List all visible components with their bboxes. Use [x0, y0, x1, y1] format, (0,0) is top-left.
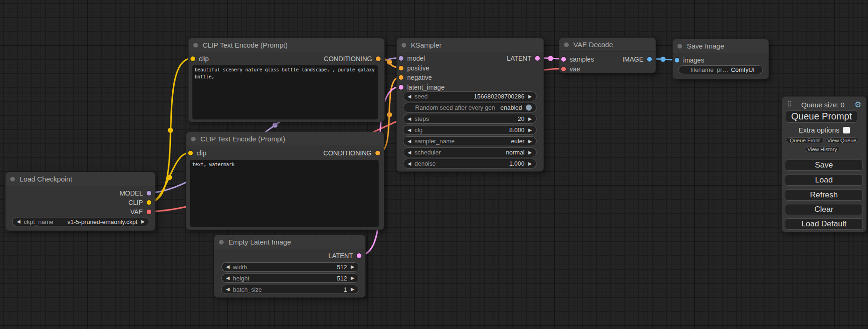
- ckpt-name-widget[interactable]: ◀ ckpt_name v1-5-pruned-emaonly.ckpt ▶: [12, 217, 149, 226]
- node-ksampler[interactable]: KSampler model positive negative latent_…: [396, 38, 544, 172]
- input-port-latent-image[interactable]: latent_image: [399, 83, 445, 92]
- steps-widget[interactable]: ◀ steps 20 ▶: [403, 114, 536, 124]
- load-button[interactable]: Load: [785, 175, 863, 186]
- input-port-vae[interactable]: vae: [561, 64, 580, 74]
- seed-widget[interactable]: ◀ seed 156680208700286 ▶: [403, 91, 536, 101]
- widget-right-arrow-icon[interactable]: ▶: [528, 150, 532, 155]
- output-port-conditioning[interactable]: CONDITIONING: [324, 54, 381, 63]
- save-button[interactable]: Save: [785, 160, 863, 171]
- widget-left-arrow-icon[interactable]: ◀: [408, 117, 411, 121]
- view-history-button[interactable]: View History: [805, 146, 840, 152]
- widget-right-arrow-icon[interactable]: ▶: [528, 128, 532, 133]
- output-port-latent[interactable]: LATENT: [507, 54, 540, 63]
- collapse-dot-icon[interactable]: [10, 177, 15, 182]
- collapse-dot-icon[interactable]: [219, 240, 224, 245]
- input-port-clip[interactable]: clip: [191, 54, 209, 63]
- prompt-textarea[interactable]: beautiful scenery nature glass bottle la…: [192, 65, 378, 119]
- port-dot-conditioning[interactable]: [399, 75, 403, 80]
- node-save-image[interactable]: Save Image images filename_prefix ComfyU…: [672, 39, 769, 79]
- output-port-conditioning[interactable]: CONDITIONING: [324, 148, 380, 158]
- output-port-vae[interactable]: VAE: [130, 207, 151, 217]
- node-title-bar[interactable]: KSampler: [397, 38, 543, 52]
- port-dot-vae[interactable]: [561, 67, 566, 71]
- sampler-name-widget[interactable]: ◀ sampler_name euler ▶: [403, 136, 536, 146]
- node-graph-canvas[interactable]: Load Checkpoint MODEL CLIP VAE ◀ ckpt_na…: [0, 0, 868, 329]
- collapse-dot-icon[interactable]: [193, 43, 198, 48]
- widget-left-arrow-icon[interactable]: ◀: [17, 219, 21, 224]
- port-dot-latent[interactable]: [535, 56, 540, 61]
- port-dot-clip[interactable]: [147, 200, 151, 205]
- node-vae-decode[interactable]: VAE Decode samples vae IMAGE: [559, 37, 656, 73]
- widget-left-arrow-icon[interactable]: ◀: [408, 128, 411, 133]
- node-title-bar[interactable]: CLIP Text Encode (Prompt): [186, 132, 384, 146]
- port-dot-clip[interactable]: [188, 151, 193, 155]
- widget-right-arrow-icon[interactable]: ▶: [351, 265, 354, 269]
- port-dot-image[interactable]: [675, 58, 679, 63]
- height-widget[interactable]: ◀ height 512 ▶: [221, 273, 359, 283]
- widget-left-arrow-icon[interactable]: ◀: [226, 287, 230, 292]
- clear-button[interactable]: Clear: [785, 204, 863, 215]
- view-queue-button[interactable]: View Queue: [826, 137, 858, 143]
- widget-right-arrow-icon[interactable]: ▶: [528, 94, 532, 99]
- batch-size-widget[interactable]: ◀ batch_size 1 ▶: [221, 285, 359, 294]
- port-dot-latent[interactable]: [357, 253, 361, 258]
- port-dot-model[interactable]: [147, 191, 151, 196]
- node-title-bar[interactable]: Load Checkpoint: [6, 172, 155, 186]
- extra-options-checkbox[interactable]: [843, 127, 850, 133]
- widget-left-arrow-icon[interactable]: ◀: [226, 265, 230, 269]
- prompt-textarea[interactable]: text, watermark: [190, 160, 379, 227]
- width-widget[interactable]: ◀ width 512 ▶: [221, 262, 359, 272]
- queue-front-button[interactable]: Queue Front: [786, 137, 824, 143]
- port-dot-latent[interactable]: [399, 85, 403, 90]
- collapse-dot-icon[interactable]: [564, 42, 569, 47]
- port-dot-model[interactable]: [399, 56, 403, 61]
- queue-prompt-button[interactable]: Queue Prompt: [786, 110, 857, 123]
- node-title-bar[interactable]: CLIP Text Encode (Prompt): [189, 38, 384, 52]
- input-port-clip[interactable]: clip: [188, 148, 206, 158]
- denoise-widget[interactable]: ◀ denoise 1.000 ▶: [403, 159, 536, 168]
- filename-prefix-widget[interactable]: filename_prefix ComfyUI: [678, 65, 763, 74]
- collapse-dot-icon[interactable]: [191, 137, 196, 141]
- widget-left-arrow-icon[interactable]: ◀: [408, 139, 411, 144]
- output-port-image[interactable]: IMAGE: [622, 55, 652, 64]
- random-seed-toggle-widget[interactable]: Random seed after every gen enabled: [403, 103, 536, 112]
- input-port-images[interactable]: images: [675, 56, 704, 65]
- cfg-widget[interactable]: ◀ cfg 8.000 ▶: [403, 125, 536, 135]
- output-port-model[interactable]: MODEL: [120, 189, 151, 198]
- refresh-button[interactable]: Refresh: [785, 189, 863, 201]
- node-clip-text-encode-negative[interactable]: CLIP Text Encode (Prompt) clip CONDITION…: [186, 132, 384, 230]
- widget-right-arrow-icon[interactable]: ▶: [351, 276, 354, 280]
- input-port-model[interactable]: model: [399, 54, 425, 63]
- scheduler-widget[interactable]: ◀ scheduler normal ▶: [403, 147, 536, 157]
- widget-left-arrow-icon[interactable]: ◀: [408, 150, 411, 155]
- output-port-clip[interactable]: CLIP: [128, 198, 151, 207]
- input-port-negative[interactable]: negative: [399, 73, 432, 82]
- widget-left-arrow-icon[interactable]: ◀: [226, 276, 230, 280]
- input-port-samples[interactable]: samples: [561, 55, 594, 64]
- widget-right-arrow-icon[interactable]: ▶: [528, 117, 532, 121]
- output-port-latent[interactable]: LATENT: [328, 251, 361, 260]
- widget-right-arrow-icon[interactable]: ▶: [528, 139, 532, 144]
- collapse-dot-icon[interactable]: [402, 43, 406, 48]
- port-dot-image[interactable]: [647, 57, 652, 62]
- port-dot-conditioning[interactable]: [376, 56, 381, 61]
- node-empty-latent-image[interactable]: Empty Latent Image LATENT ◀ width 512 ▶ …: [214, 235, 366, 298]
- node-clip-text-encode-positive[interactable]: CLIP Text Encode (Prompt) clip CONDITION…: [188, 38, 385, 122]
- port-dot-clip[interactable]: [191, 56, 195, 61]
- gear-icon[interactable]: ⚙: [854, 101, 861, 109]
- node-load-checkpoint[interactable]: Load Checkpoint MODEL CLIP VAE ◀ ckpt_na…: [5, 172, 155, 231]
- widget-right-arrow-icon[interactable]: ▶: [141, 219, 145, 224]
- widget-left-arrow-icon[interactable]: ◀: [408, 161, 411, 166]
- node-title-bar[interactable]: Empty Latent Image: [214, 235, 365, 249]
- port-dot-conditioning[interactable]: [399, 66, 403, 70]
- node-title-bar[interactable]: Save Image: [673, 39, 769, 53]
- node-title-bar[interactable]: VAE Decode: [559, 38, 656, 52]
- port-dot-latent[interactable]: [561, 57, 566, 62]
- port-dot-vae[interactable]: [147, 210, 151, 214]
- load-default-button[interactable]: Load Default: [785, 218, 863, 230]
- widget-right-arrow-icon[interactable]: ▶: [351, 287, 354, 292]
- input-port-positive[interactable]: positive: [399, 63, 429, 73]
- drag-handle-icon[interactable]: ⠿: [787, 100, 791, 109]
- toggle-knob-icon[interactable]: [526, 105, 532, 111]
- port-dot-conditioning[interactable]: [375, 151, 380, 155]
